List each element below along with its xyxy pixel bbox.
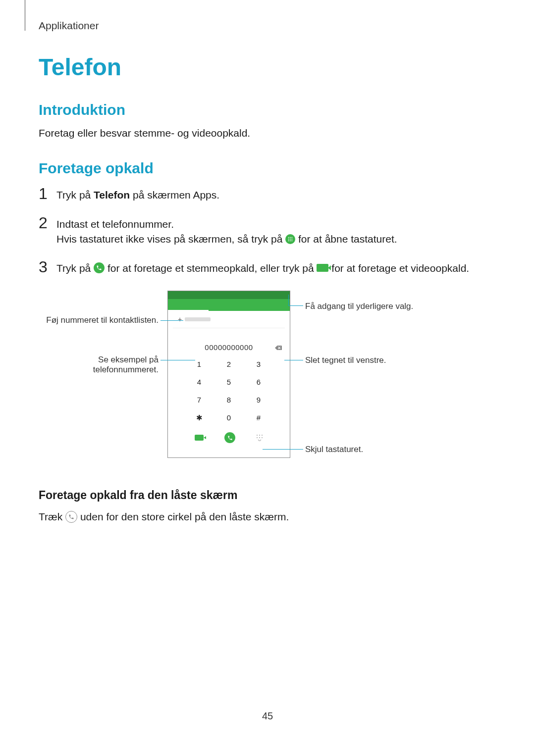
callout-line (160, 360, 195, 360)
text-line: Hvis tastaturet ikke vises på skærmen, s… (56, 232, 397, 247)
voice-call-button[interactable] (224, 432, 235, 443)
text: Indtast et telefonnummer. (56, 217, 397, 232)
callout-line (288, 295, 289, 305)
text: Tryk på (56, 262, 94, 274)
key-2[interactable]: 2 (214, 357, 244, 375)
step-1: 1 Tryk på Telefon på skærmen Apps. (39, 185, 496, 202)
key-5[interactable]: 5 (214, 375, 244, 393)
section-locked-screen: Foretage opkald fra den låste skærm (39, 489, 496, 502)
key-4[interactable]: 4 (184, 375, 214, 393)
text: Tryk på (56, 189, 94, 201)
callout-preview-b: telefonnummeret. (40, 365, 159, 375)
text: på skærmen Apps. (130, 189, 219, 201)
svg-rect-14 (262, 437, 263, 438)
status-bar (168, 291, 290, 299)
callout-hide-keypad: Skjul tastaturet. (305, 445, 363, 454)
svg-rect-8 (292, 240, 293, 241)
introduction-text: Foretag eller besvar stemme- og videoopk… (39, 126, 496, 140)
key-hash[interactable]: # (244, 410, 273, 428)
svg-rect-10 (259, 435, 260, 436)
steps-list: 1 Tryk på Telefon på skærmen Apps. 2 Ind… (39, 185, 496, 276)
tab[interactable] (209, 299, 249, 311)
svg-rect-12 (257, 437, 258, 438)
page-number: 45 (0, 710, 535, 722)
svg-rect-11 (262, 435, 263, 436)
key-0[interactable]: 0 (214, 410, 244, 428)
svg-rect-9 (257, 435, 258, 436)
text: for at åbne tastaturet. (298, 233, 397, 245)
dialpad-open-icon (285, 234, 295, 244)
callout-more-options: Få adgang til yderligere valg. (305, 302, 413, 311)
plus-icon: + (178, 315, 182, 323)
bold-text: Telefon (94, 189, 130, 201)
step-number: 3 (39, 258, 56, 276)
callout-line (284, 360, 303, 360)
svg-rect-1 (290, 237, 291, 238)
svg-rect-7 (290, 240, 291, 241)
phone-drag-icon (65, 511, 77, 523)
callout-add-contact: Føj nummeret til kontaktlisten. (40, 315, 159, 325)
key-7[interactable]: 7 (184, 393, 214, 410)
video-call-button[interactable] (195, 435, 204, 441)
callout-preview-a: Se eksempel på (40, 355, 159, 365)
voice-call-icon (94, 262, 105, 273)
video-call-icon (317, 264, 328, 272)
step-2: 2 Indtast et telefonnummer. Hvis tastatu… (39, 214, 496, 247)
section-introduktion: Introduktion (39, 101, 496, 118)
breadcrumb: Applikationer (39, 20, 496, 32)
svg-rect-13 (259, 437, 260, 438)
action-row (184, 430, 273, 445)
number-display-row: 00000000000 (168, 340, 290, 354)
page-title: Telefon (39, 53, 496, 81)
svg-rect-5 (292, 239, 293, 240)
dialpad: 1 2 3 4 5 6 7 8 9 ✱ 0 # (184, 357, 273, 428)
locked-screen-text: Træk uden for den store cirkel på den lå… (39, 510, 496, 524)
callout-line (288, 305, 303, 306)
step-body: Tryk på for at foretage et stemmeopkald,… (56, 258, 469, 276)
backspace-icon[interactable] (275, 343, 282, 348)
tab[interactable] (249, 299, 290, 311)
svg-rect-0 (288, 237, 289, 238)
step-body: Indtast et telefonnummer. Hvis tastature… (56, 214, 397, 247)
text: for at foretage et videoopkald. (331, 262, 469, 274)
svg-rect-4 (290, 239, 291, 240)
step-3: 3 Tryk på for at foretage et stemmeopkal… (39, 258, 496, 276)
callout-backspace: Slet tegnet til venstre. (305, 355, 386, 365)
key-3[interactable]: 3 (244, 357, 273, 375)
text: Træk (39, 511, 65, 522)
number-display: 00000000000 (205, 343, 253, 352)
key-6[interactable]: 6 (244, 375, 273, 393)
key-9[interactable]: 9 (244, 393, 273, 410)
text: for at foretage et stemmeopkald, eller t… (107, 262, 317, 274)
text: uden for den store cirkel på den låste s… (80, 511, 289, 522)
key-star[interactable]: ✱ (184, 410, 214, 428)
key-8[interactable]: 8 (214, 393, 244, 410)
svg-rect-3 (288, 239, 289, 240)
callout-line (160, 320, 183, 321)
tab-bar (168, 299, 290, 311)
step-body: Tryk på Telefon på skærmen Apps. (56, 185, 219, 202)
step-number: 2 (39, 214, 56, 247)
step-number: 1 (39, 185, 56, 202)
hide-keypad-button[interactable] (256, 434, 263, 441)
contact-placeholder (185, 317, 211, 321)
svg-rect-2 (292, 237, 293, 238)
tab-active[interactable] (168, 299, 209, 311)
text: Hvis tastaturet ikke vises på skærmen, s… (56, 233, 285, 245)
callout-line (263, 449, 303, 450)
add-to-contacts-row[interactable]: + (173, 311, 285, 328)
section-foretage-opkald: Foretage opkald (39, 160, 496, 177)
phone-frame: + 00000000000 1 2 3 4 5 6 7 8 9 ✱ 0 (167, 291, 290, 458)
dialpad-diagram: + 00000000000 1 2 3 4 5 6 7 8 9 ✱ 0 (40, 291, 495, 469)
svg-rect-6 (288, 240, 289, 241)
margin-rule (25, 0, 25, 31)
